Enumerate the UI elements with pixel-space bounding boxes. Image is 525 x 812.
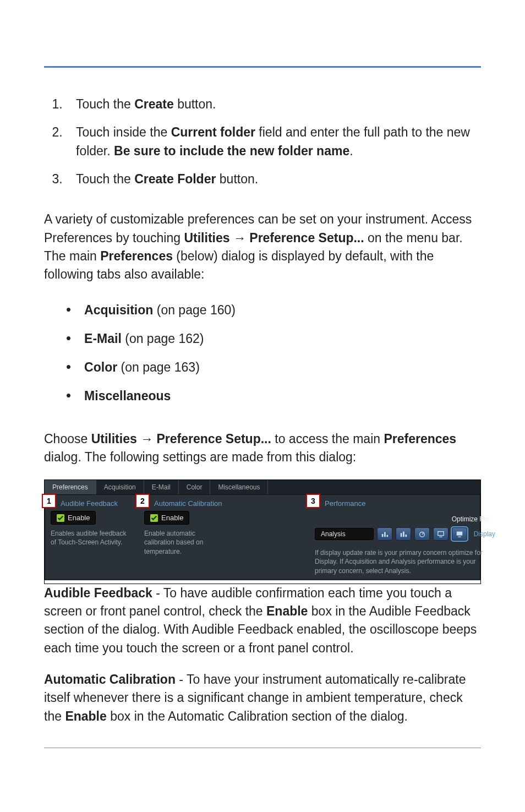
- svg-rect-6: [403, 532, 404, 537]
- tab-color[interactable]: Color: [179, 480, 211, 494]
- check-icon: [150, 514, 158, 522]
- steps-list: Touch the Create button. Touch inside th…: [66, 95, 481, 188]
- callout-2: 2: [135, 494, 150, 508]
- svg-rect-10: [438, 532, 444, 536]
- choose-text: to access the main: [271, 432, 384, 446]
- choose-text: dialog. The following settings are made …: [44, 450, 356, 464]
- svg-line-9: [422, 533, 424, 535]
- header-divider: [44, 66, 481, 68]
- step-text: Touch the: [76, 172, 134, 186]
- callout-3: 3: [306, 494, 320, 508]
- audible-bold: Enable: [266, 604, 308, 618]
- bullet-color: Color (on page 163): [66, 355, 481, 379]
- performance-note: If display update rate is your primary c…: [315, 544, 495, 575]
- display-label: Display: [474, 530, 495, 538]
- autocal-paragraph: Automatic Calibration - To have your ins…: [44, 671, 481, 726]
- analysis-select[interactable]: Analysis: [315, 528, 374, 540]
- bullet-rest: (on page 162): [122, 331, 204, 346]
- choose-bold: Utilities → Preference Setup...: [91, 432, 271, 446]
- step-bold: Be sure to include the new folder name: [114, 144, 349, 158]
- audible-paragraph: Audible Feedback - To have audible confi…: [44, 584, 481, 657]
- intro-bold: Preferences: [100, 249, 173, 263]
- choose-text: Choose: [44, 432, 91, 446]
- autocal-text: box in the Automatic Calibration section…: [107, 709, 408, 723]
- tab-email[interactable]: E-Mail: [144, 480, 179, 494]
- svg-rect-4: [386, 535, 388, 537]
- check-icon: [57, 514, 64, 522]
- bullet-bold: Color: [84, 360, 117, 374]
- bullet-bold: Acquisition: [84, 303, 153, 317]
- step-text: Touch the: [76, 97, 134, 111]
- dialog-tabs: Preferences Acquisition E-Mail Color Mis…: [45, 480, 480, 494]
- audible-desc: Enables audible feedback of Touch-Screen…: [51, 525, 133, 547]
- choose-bold: Preferences: [384, 432, 456, 446]
- step-text: .: [349, 144, 353, 158]
- choose-paragraph: Choose Utilities → Preference Setup... t…: [44, 430, 481, 467]
- slider-step-5[interactable]: [452, 527, 467, 541]
- gauge-icon: [418, 530, 426, 538]
- slider-step-4[interactable]: [433, 527, 449, 541]
- autocal-bold: Automatic Calibration: [44, 672, 176, 686]
- intro-paragraph: A variety of customizable preferences ca…: [44, 210, 481, 284]
- bullet-acquisition: Acquisition (on page 160): [66, 297, 481, 321]
- bar-chart-icon: [381, 530, 389, 538]
- auto-calibration-heading: Automatic Calibration: [144, 497, 227, 511]
- performance-heading: Performance: [315, 497, 495, 511]
- bullet-bold: Miscellaneous: [84, 389, 171, 403]
- svg-rect-3: [384, 532, 386, 537]
- enable-label: Enable: [68, 514, 90, 522]
- monitor-filled-icon: [456, 530, 463, 538]
- intro-bold: Utilities → Preference Setup...: [184, 231, 364, 245]
- monitor-icon: [437, 530, 445, 538]
- slider-step-1[interactable]: [377, 527, 392, 541]
- tabs-bullet-list: Acquisition (on page 160) E-Mail (on pag…: [66, 297, 481, 408]
- slider-step-2[interactable]: [396, 527, 411, 541]
- step-text: button.: [174, 97, 216, 111]
- step-3: Touch the Create Folder button.: [66, 170, 481, 188]
- autocal-enable-checkbox[interactable]: Enable: [144, 511, 189, 525]
- bullet-rest: (on page 163): [117, 360, 200, 374]
- svg-rect-12: [456, 532, 462, 536]
- step-text: button.: [216, 172, 258, 186]
- tab-miscellaneous[interactable]: Miscellaneous: [210, 480, 268, 494]
- autocal-desc: Enable automatic calibration based on te…: [144, 525, 227, 556]
- audible-feedback-heading: Audible Feedback: [51, 497, 133, 511]
- optimize-label: Optimize For :: [315, 514, 495, 524]
- slider-step-3[interactable]: [414, 527, 430, 541]
- tab-acquisition[interactable]: Acquisition: [96, 480, 144, 494]
- bullet-email: E-Mail (on page 162): [66, 326, 481, 350]
- bar-chart-icon: [400, 530, 407, 538]
- step-bold: Create Folder: [134, 172, 216, 186]
- svg-rect-7: [405, 535, 407, 537]
- step-2: Touch inside the Current folder field an…: [66, 123, 481, 160]
- bullet-misc: Miscellaneous: [66, 383, 481, 407]
- callout-1: 1: [42, 494, 56, 508]
- footer-divider: [44, 748, 481, 748]
- svg-rect-5: [400, 533, 402, 537]
- tab-preferences[interactable]: Preferences: [45, 480, 96, 494]
- svg-rect-2: [381, 534, 383, 537]
- bullet-rest: (on page 160): [153, 303, 236, 317]
- bullet-bold: E-Mail: [84, 331, 122, 346]
- audible-bold: Audible Feedback: [44, 586, 152, 600]
- step-1: Touch the Create button.: [66, 95, 481, 113]
- step-bold: Current folder: [171, 125, 255, 139]
- enable-label: Enable: [161, 514, 183, 522]
- step-bold: Create: [134, 97, 174, 111]
- step-text: Touch inside the: [76, 125, 171, 139]
- preferences-dialog-screenshot: Preferences Acquisition E-Mail Color Mis…: [44, 479, 481, 584]
- autocal-bold: Enable: [65, 709, 106, 723]
- audible-enable-checkbox[interactable]: Enable: [51, 511, 96, 525]
